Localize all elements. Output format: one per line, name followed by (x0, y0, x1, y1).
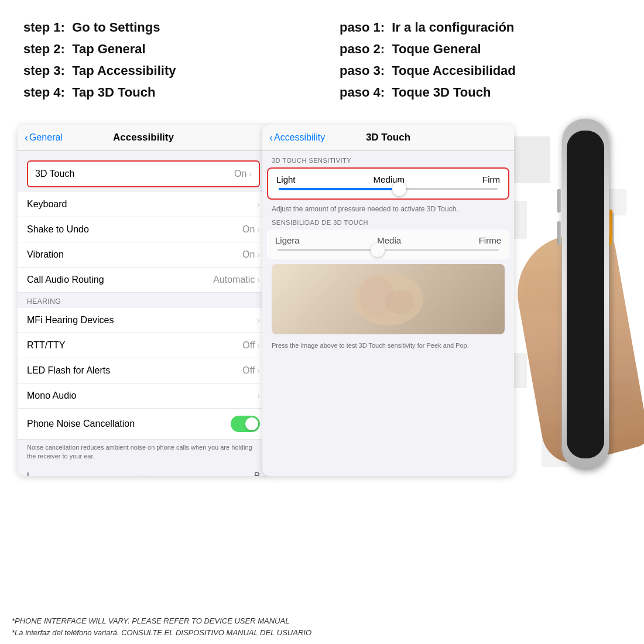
step1-es: paso 1: Ir a la configuración (340, 18, 621, 37)
settings-item-mono-audio[interactable]: Mono Audio › (18, 383, 269, 409)
sensitivity-box: Light Medium Firm (267, 167, 509, 200)
instructions-spanish: paso 1: Ir a la configuración paso 2: To… (340, 18, 621, 104)
chevron-right-icon: › (257, 341, 260, 350)
nav-title-accessibility: Accessibility (113, 132, 174, 143)
chevron-right-icon: › (257, 225, 260, 234)
sensitivity-labels: Light Medium Firm (276, 174, 500, 184)
nav-back-general[interactable]: ‹ General (25, 132, 63, 144)
noise-cancel-desc: Noise cancellation reduces ambient noise… (18, 440, 269, 465)
test-image-desc: Press the image above to test 3D Touch s… (262, 339, 514, 352)
step3-es: paso 3: Toque Accesibilidad (340, 61, 621, 80)
nav-bar-right: ‹ Accessibility 3D Touch (262, 125, 514, 151)
noise-cancel-toggle[interactable] (231, 416, 260, 432)
hearing-section-header: HEARING (18, 293, 269, 308)
phone-screen (567, 131, 604, 458)
step2-es: paso 2: Toque General (340, 39, 621, 59)
test-image-svg (347, 267, 429, 331)
spanish-sensitivity-labels: Ligera Media Firme (275, 235, 501, 245)
hearing-settings-list: MFi Hearing Devices › RTT/TTY Off › LED … (18, 308, 269, 440)
step3-en: step 3: Tap Accessibility (23, 61, 304, 80)
instructions-english: step 1: Go to Settings step 2: Tap Gener… (23, 18, 304, 104)
settings-item-led-flash[interactable]: LED Flash for Alerts Off › (18, 358, 269, 383)
nav-back-accessibility[interactable]: ‹ Accessibility (269, 132, 325, 144)
footnote-line1: *PHONE INTERFACE WILL VARY. PLEASE REFER… (12, 615, 632, 627)
instructions-section: step 1: Go to Settings step 2: Tap Gener… (0, 0, 644, 116)
test-image[interactable] (272, 264, 505, 334)
spanish-sensitivity-slider[interactable] (278, 249, 499, 251)
screens-area: ‹ General Accessibility 3D Touch On › Ke… (0, 119, 644, 499)
spanish-sensitivity-box: Ligera Media Firme (267, 229, 509, 259)
chevron-right-icon: › (257, 366, 260, 375)
volume-up-button (557, 189, 561, 213)
footnote: *PHONE INTERFACE WILL VARY. PLEASE REFER… (12, 615, 632, 638)
chevron-left-icon: ‹ (269, 132, 273, 144)
step1-en: step 1: Go to Settings (23, 18, 304, 37)
step4-es: paso 4: Toque 3D Touch (340, 83, 621, 102)
settings-list: Keyboard › Shake to Undo On › Vibration … (18, 192, 269, 293)
phone-device (556, 119, 615, 494)
volume-indicator (609, 210, 612, 245)
screen-accessibility: ‹ General Accessibility 3D Touch On › Ke… (18, 125, 269, 476)
step4-en: step 4: Tap 3D Touch (23, 83, 304, 102)
settings-item-mfi[interactable]: MFi Hearing Devices › (18, 308, 269, 333)
sensitivity-header: 3D TOUCH SENSITIVITY (262, 151, 514, 167)
settings-item-keyboard[interactable]: Keyboard › (18, 192, 269, 217)
spanish-sensitivity-header: SENSIBILIDAD DE 3D TOUCH (262, 217, 514, 229)
chevron-left-icon: ‹ (25, 132, 28, 144)
chevron-right-icon: › (257, 316, 260, 325)
sensitivity-section: 3D TOUCH SENSITIVITY Light Medium Firm (262, 151, 514, 200)
settings-item-rtt[interactable]: RTT/TTY Off › (18, 333, 269, 358)
balance-area: L R (18, 465, 269, 476)
step2-en: step 2: Tap General (23, 39, 304, 59)
nav-title-3d-touch: 3D Touch (366, 132, 410, 143)
settings-item-noise-cancel[interactable]: Phone Noise Cancellation (18, 409, 269, 440)
sensitivity-slider[interactable] (279, 188, 498, 190)
chevron-right-icon: › (257, 200, 260, 209)
phone-body (562, 119, 609, 470)
sensitivity-desc: Adjust the amount of pressure needed to … (262, 200, 514, 217)
volume-down-button (557, 221, 561, 245)
screen-3d-touch: ‹ Accessibility 3D Touch 3D TOUCH SENSIT… (262, 125, 514, 476)
chevron-right-icon: › (249, 169, 252, 179)
svg-point-2 (385, 290, 415, 314)
settings-item-3d-touch[interactable]: 3D Touch On › (27, 160, 260, 187)
settings-item-shake[interactable]: Shake to Undo On › (18, 217, 269, 242)
chevron-right-icon: › (257, 391, 260, 400)
nav-bar-left: ‹ General Accessibility (18, 125, 269, 151)
settings-item-vibration[interactable]: Vibration On › (18, 242, 269, 268)
chevron-right-icon: › (257, 250, 260, 259)
chevron-right-icon: › (257, 275, 260, 285)
settings-item-call-audio[interactable]: Call Audio Routing Automatic › (18, 268, 269, 293)
footnote-line2: *La interfaz del teléfono variará. CONSU… (12, 627, 632, 639)
